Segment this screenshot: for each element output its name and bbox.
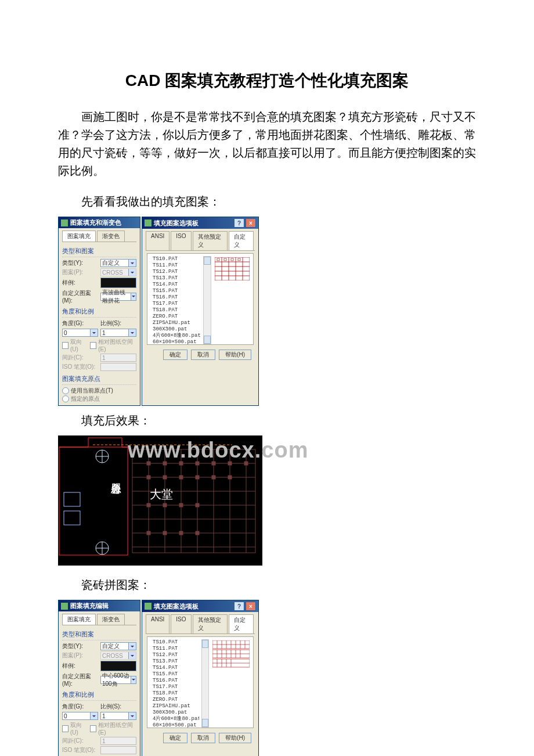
tab-other-predef[interactable]: 其他预定义 [193,614,228,633]
hatch-editor-dialog-1: 图案填充和渐变色 图案填充 渐变色 类型和图案 类型(Y): 自定义 图案(P)… [58,217,140,406]
help-button[interactable]: ? [234,218,244,228]
dialog-icon [61,219,68,226]
tab-other-predef[interactable]: 其他预定义 [193,231,228,250]
pattern-list-item[interactable]: TS15.PAT [152,288,201,294]
pattern-list-item[interactable]: TS17.PAT [152,301,201,307]
scrollbar[interactable] [201,639,209,728]
combo-angle[interactable]: 0 [62,712,98,720]
pattern-list-item[interactable]: TS17.PAT [152,684,199,690]
pattern-list-item[interactable]: TS13.PAT [152,275,201,282]
pattern-list-item[interactable]: 4片600×8逢80.pat [152,716,199,722]
combo-scale[interactable]: 1 [100,712,136,720]
tab-hatch[interactable]: 图案填充 [62,231,96,242]
combo-pattern-value: CROSS [102,269,123,276]
tab-custom[interactable]: 自定义 [229,231,254,250]
chevron-down-icon [128,643,136,650]
svg-rect-29 [163,462,167,465]
chevron-down-icon [131,293,136,300]
pattern-list-item[interactable]: ZIPSAIHU.pat [152,320,201,326]
chk-double[interactable]: 双向(U) [62,721,88,736]
pattern-preview-grid [214,256,251,344]
combo-angle[interactable]: 0 [62,329,98,337]
pattern-list-item[interactable]: 60×100×500.pat [152,722,199,728]
combo-custom-value: 高波曲线雕拼花 [102,289,131,305]
pattern-list-item[interactable]: 300X300.pat [152,710,199,716]
pattern-list-item[interactable]: TS16.PAT [152,678,199,684]
document-page: CAD 图案填充教程打造个性化填充图案 画施工图时，你是不是常常找不到合意的填充… [0,0,534,756]
pattern-list-item[interactable]: TS18.PAT [152,690,199,697]
scroll-up-button[interactable] [202,640,208,648]
scroll-down-button[interactable] [202,719,208,727]
tab-hatch[interactable]: 图案填充 [62,614,96,625]
chk-relative[interactable]: 相对图纸空间(E) [90,721,136,736]
hatch-tab-row: 图案填充 渐变色 [62,614,136,625]
tab-ansi[interactable]: ANSI [146,231,169,250]
svg-rect-10 [224,258,226,261]
scrollbar[interactable] [203,256,211,344]
pattern-list-item[interactable]: TS18.PAT [152,307,201,314]
input-spacing: 1 [100,737,136,745]
rad-current-origin[interactable]: 使用当前原点(T) [62,387,136,395]
pattern-list-item[interactable]: ZERO.PAT [152,697,199,703]
help-button-footer[interactable]: 帮助(H) [219,733,251,743]
pattern-list-item[interactable]: 60×100×500.pat [152,339,201,344]
ok-button[interactable]: 确定 [163,733,187,743]
pattern-list[interactable]: TS10.PATTS11.PATTS12.PATTS13.PATTS14.PAT… [152,639,199,728]
pattern-list-item[interactable]: ZERO.PAT [152,314,201,320]
cancel-button[interactable]: 取消 [191,733,215,743]
pattern-list-item[interactable]: TS14.PAT [152,665,199,671]
combo-scale[interactable]: 1 [100,329,136,337]
chevron-down-icon [131,676,136,683]
tab-iso[interactable]: ISO [171,614,191,633]
combo-custom-pattern[interactable]: 中心600边100角 [100,676,136,684]
pattern-list-item[interactable]: TS11.PAT [152,646,199,652]
hatch-editor-dialog-2: 图案填充编辑 图案填充 渐变色 类型和图案 类型(Y): 自定义 图案(P): [58,600,140,756]
close-button[interactable]: × [246,602,256,611]
chk-double-label: 双向(U) [70,338,88,352]
tab-iso[interactable]: ISO [171,231,191,250]
svg-rect-38 [196,476,199,479]
pattern-list[interactable]: TS10.PATTS11.PATTS12.PATTS13.PATTS14.PAT… [152,256,201,344]
help-button-footer[interactable]: 帮助(H) [219,350,251,360]
scroll-down-button[interactable] [204,336,211,344]
chk-double[interactable]: 双向(U) [62,338,88,352]
chk-relative[interactable]: 相对图纸空间(E) [90,338,136,352]
tab-ansi[interactable]: ANSI [146,614,169,633]
tab-custom[interactable]: 自定义 [229,614,254,633]
pattern-list-item[interactable]: TS12.PAT [152,269,201,275]
lbl-scale: 比例(S): [100,319,136,327]
ok-button[interactable]: 确定 [163,350,187,360]
sample-swatch [100,661,136,671]
cancel-button[interactable]: 取消 [191,350,215,360]
close-button[interactable]: × [246,218,256,228]
scroll-up-button[interactable] [204,257,211,265]
help-button[interactable]: ? [234,602,244,611]
tab-gradient[interactable]: 渐变色 [97,231,125,242]
chevron-down-icon [128,260,136,267]
pattern-list-item[interactable]: TS12.PAT [152,652,199,658]
rad-specified-origin[interactable]: 指定的原点 [62,395,136,403]
pattern-list-item[interactable]: TS13.PAT [152,658,199,665]
svg-rect-30 [179,462,183,465]
combo-type[interactable]: 自定义 [100,642,136,650]
svg-rect-11 [231,258,233,261]
pattern-list-item[interactable]: TS14.PAT [152,282,201,288]
pattern-list-item[interactable]: 300X300.pat [152,326,201,333]
pattern-list-item[interactable]: 4片600×8逢80.pat [152,333,201,339]
chevron-down-icon [128,269,136,276]
lbl-iso: ISO 笔宽(O): [62,746,98,754]
chevron-down-icon [90,712,98,719]
pattern-list-item[interactable]: TS10.PAT [152,639,199,646]
combo-type[interactable]: 自定义 [100,259,136,267]
pattern-list-item[interactable]: ZIPSAIHU.pat [152,703,199,710]
pattern-list-item[interactable]: TS15.PAT [152,671,199,678]
lbl-spacing: 间距(C): [62,737,98,745]
pattern-list-item[interactable]: TS10.PAT [152,256,201,262]
lbl-sample: 样例: [62,279,98,287]
combo-pattern: CROSS [100,268,136,276]
combo-custom-pattern[interactable]: 高波曲线雕拼花 [100,293,136,301]
pattern-list-item[interactable]: TS16.PAT [152,294,201,301]
tab-gradient[interactable]: 渐变色 [97,614,125,625]
combo-type-value: 自定义 [102,642,120,650]
pattern-list-item[interactable]: TS11.PAT [152,262,201,269]
